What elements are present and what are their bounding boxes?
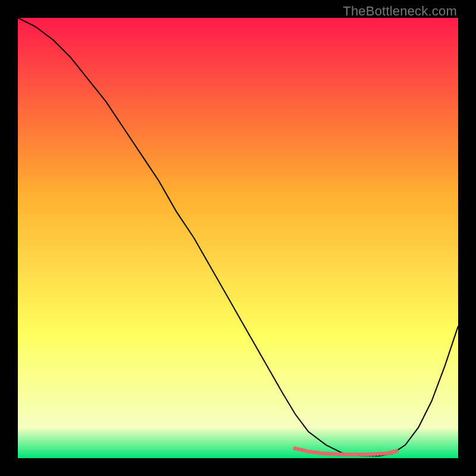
chart-frame: TheBottleneck.com (0, 0, 476, 476)
watermark-text: TheBottleneck.com (343, 4, 457, 19)
highlight-dot (394, 449, 399, 453)
chart-svg (18, 18, 458, 458)
gradient-background (18, 18, 458, 458)
plot-area (18, 18, 458, 458)
